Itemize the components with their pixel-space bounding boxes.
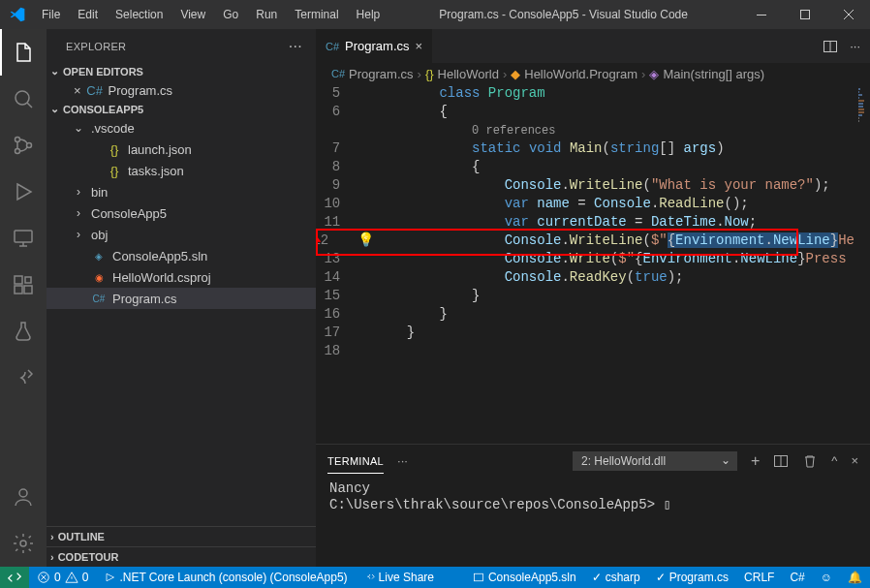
tab-label: Program.cs (345, 39, 409, 53)
codetour-header[interactable]: › CODETOUR (47, 546, 316, 567)
svg-rect-6 (15, 231, 32, 242)
window-controls (739, 0, 870, 29)
breadcrumb[interactable]: C# Program.cs › {} HelloWorld › ◆ HelloW… (316, 63, 870, 84)
close-button[interactable] (826, 0, 870, 29)
open-editors-header[interactable]: ⌄ OPEN EDITORS (47, 63, 316, 79)
csharp-file-icon: C# (87, 83, 103, 98)
more-icon[interactable]: ··· (289, 38, 302, 55)
menu-go[interactable]: Go (215, 4, 246, 25)
status-solution[interactable]: ConsoleApp5.sln (465, 567, 584, 588)
remote-indicator[interactable] (0, 567, 29, 588)
terminal-body[interactable]: NancyC:\Users\thrak\source\repos\Console… (316, 477, 870, 567)
menu-help[interactable]: Help (349, 4, 388, 25)
status-active-file[interactable]: ✓ Program.cs (648, 567, 736, 588)
close-icon[interactable]: × (416, 39, 423, 53)
svg-point-3 (16, 138, 20, 142)
file-item[interactable]: C#Program.cs (47, 288, 316, 309)
terminal-panel: TERMINAL ··· 2: HelloWorld.dll + ^ × Nan… (316, 443, 870, 567)
menu-edit[interactable]: Edit (70, 4, 106, 25)
minimize-button[interactable] (739, 0, 783, 29)
chevron-down-icon: ⌄ (72, 121, 85, 135)
chevron-right-icon: › (72, 185, 85, 199)
activity-settings-icon[interactable] (0, 520, 47, 567)
folder-item[interactable]: ›obj (47, 224, 316, 245)
split-editor-icon[interactable] (823, 39, 838, 54)
method-icon: ◈ (649, 67, 659, 81)
close-icon[interactable]: × (74, 83, 81, 98)
terminal-selector[interactable]: 2: HelloWorld.dll (573, 451, 737, 471)
activity-source-control-icon[interactable] (0, 122, 47, 169)
editor-group: C# Program.cs × ··· C# Program.cs › {} H… (316, 29, 870, 567)
minimap[interactable] (854, 84, 870, 443)
file-item[interactable]: ◈ConsoleApp5.sln (47, 245, 316, 266)
activity-search-icon[interactable] (0, 76, 47, 122)
tree-item-label: HelloWorld.csproj (112, 270, 211, 285)
svg-rect-1 (800, 11, 809, 19)
status-notifications-icon[interactable]: 🔔 (840, 567, 870, 588)
maximize-button[interactable] (783, 0, 826, 29)
menu-terminal[interactable]: Terminal (287, 4, 346, 25)
class-icon: ◆ (511, 67, 520, 81)
tab-program-cs[interactable]: C# Program.cs × (316, 29, 433, 63)
folder-item[interactable]: ›ConsoleApp5 (47, 202, 316, 224)
activity-explorer-icon[interactable] (0, 29, 47, 76)
menu-selection[interactable]: Selection (108, 4, 171, 25)
chevron-down-icon: ⌄ (50, 65, 59, 77)
maximize-panel-icon[interactable]: ^ (831, 453, 837, 468)
file-item[interactable]: {}tasks.json (47, 160, 316, 181)
menu-run[interactable]: Run (248, 4, 285, 25)
outline-header[interactable]: › OUTLINE (47, 526, 316, 546)
activity-extensions-icon[interactable] (0, 262, 47, 308)
svg-rect-9 (24, 286, 32, 294)
file-item[interactable]: ◉HelloWorld.csproj (47, 266, 316, 288)
open-editor-item[interactable]: × C# Program.cs (47, 79, 316, 101)
csharp-file-icon: C# (331, 68, 345, 79)
status-problems[interactable]: 0 0 (29, 567, 96, 588)
folder-item[interactable]: ›bin (47, 181, 316, 202)
titlebar: File Edit Selection View Go Run Terminal… (0, 0, 870, 29)
chevron-right-icon: › (72, 228, 85, 241)
namespace-icon: {} (425, 67, 434, 81)
menu-file[interactable]: File (34, 4, 68, 25)
csharp-file-icon: C# (326, 41, 339, 52)
status-launch-config[interactable]: .NET Core Launch (console) (ConsoleApp5) (96, 567, 355, 588)
file-item[interactable]: {}launch.json (47, 139, 316, 160)
more-icon[interactable]: ··· (397, 453, 408, 468)
status-liveshare[interactable]: Live Share (356, 567, 442, 588)
tree-item-label: launch.json (128, 142, 192, 157)
breadcrumb-item[interactable]: Program.cs (349, 67, 413, 81)
breadcrumb-item[interactable]: HelloWorld.Program (524, 67, 637, 81)
status-eol[interactable]: CRLF (736, 567, 782, 588)
main-menu: File Edit Selection View Go Run Terminal… (34, 4, 388, 25)
chevron-right-icon: › (50, 551, 54, 563)
svg-point-12 (20, 541, 26, 546)
breadcrumb-item[interactable]: HelloWorld (438, 67, 499, 81)
activity-account-icon[interactable] (0, 474, 47, 520)
tab-bar: C# Program.cs × ··· (316, 29, 870, 63)
menu-view[interactable]: View (172, 4, 213, 25)
folder-item[interactable]: ⌄.vscode (47, 117, 316, 139)
explorer-sidebar: EXPLORER ··· ⌄ OPEN EDITORS × C# Program… (47, 29, 316, 567)
breadcrumb-item[interactable]: Main(string[] args) (663, 67, 764, 81)
activity-remote-icon[interactable] (0, 215, 47, 262)
more-icon[interactable]: ··· (850, 39, 860, 53)
kill-terminal-icon[interactable] (802, 453, 818, 469)
activity-run-debug-icon[interactable] (0, 169, 47, 215)
status-feedback-icon[interactable]: ☺ (813, 567, 840, 588)
project-header[interactable]: ⌄ CONSOLEAPP5 (47, 101, 316, 117)
status-language-server[interactable]: ✓ csharp (584, 567, 648, 588)
status-language-mode[interactable]: C# (782, 567, 812, 588)
lightbulb-icon[interactable]: 💡 (357, 232, 374, 248)
activity-test-icon[interactable] (0, 308, 47, 355)
tree-item-label: bin (91, 185, 108, 200)
split-terminal-icon[interactable] (773, 453, 789, 469)
svg-rect-8 (15, 286, 22, 294)
terminal-tab[interactable]: TERMINAL (327, 455, 384, 474)
close-panel-icon[interactable]: × (851, 453, 858, 468)
terminal-header: TERMINAL ··· 2: HelloWorld.dll + ^ × (316, 444, 870, 477)
new-terminal-icon[interactable]: + (751, 452, 760, 470)
activity-liveshare-icon[interactable] (0, 355, 47, 401)
activity-bar (0, 29, 47, 567)
tree-item-label: obj (91, 228, 108, 242)
code-editor[interactable]: 567891011●12131415161718 💡 class Program… (316, 84, 870, 443)
